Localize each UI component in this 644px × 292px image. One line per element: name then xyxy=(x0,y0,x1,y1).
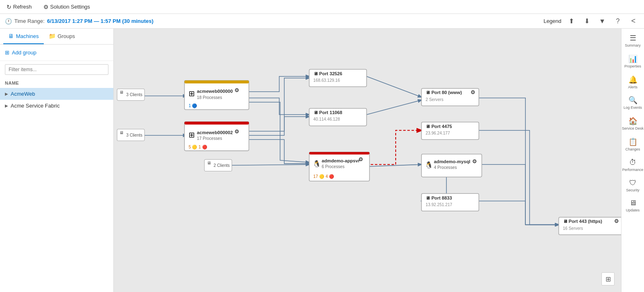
properties-button[interactable]: 📊 Properties xyxy=(621,51,644,72)
machine-0-badge: 1 🔵 xyxy=(189,103,197,108)
timebar-right: Legend ⬆ ⬇ ▼ ? < xyxy=(544,16,639,27)
sidebar-actions: ⊞ Add group xyxy=(0,45,113,61)
mysql-processes: 4 Processes xyxy=(434,165,457,170)
server-admdemo-appsvr[interactable]: admdemo-appsvr 6 Processes 🐧 ⚙ 17 🟡 4 🔴 xyxy=(309,152,369,181)
tab-machines[interactable]: 🖥 Machines xyxy=(3,29,44,44)
expand-down-button[interactable]: ⬇ xyxy=(581,16,592,27)
legend-label: Legend xyxy=(544,18,561,24)
client-box-3[interactable]: 🖥 2 Clients xyxy=(205,159,232,171)
client-3-icon: 🖥 xyxy=(207,161,211,165)
security-button[interactable]: 🛡 Security xyxy=(621,175,644,196)
edge-mysql-port443 xyxy=(475,164,558,225)
machine-0-processes: 18 Processes xyxy=(197,95,222,100)
port-80-www[interactable]: 🖥 Port 80 (www) 2 Servers ⚙ xyxy=(421,88,479,106)
port-4475[interactable]: 🖥 Port 4475 23.96.24.177 xyxy=(421,122,479,139)
groups-tab-label: Groups xyxy=(58,33,75,39)
add-group-button[interactable]: ⊞ Add group xyxy=(5,49,36,56)
service-desk-label: Service Desk xyxy=(622,126,644,131)
client-2-icon: 🖥 xyxy=(119,130,124,135)
add-group-label: Add group xyxy=(12,49,36,56)
appsvr-top-bar xyxy=(309,152,369,155)
sidebar-item-acmeweb[interactable]: ▶ AcmeWeb xyxy=(0,88,113,100)
port32526-sub: 168.63.129.16 xyxy=(313,78,340,83)
port443-icon2: ⚙ xyxy=(614,218,619,224)
properties-label: Properties xyxy=(624,64,641,69)
sidebar: 🖥 Machines 📁 Groups ⊞ Add group NAME ▶ A… xyxy=(0,29,114,292)
summary-label: Summary xyxy=(625,43,641,48)
groups-tab-icon: 📁 xyxy=(49,33,56,39)
machine-0-name: acmeweb000000 xyxy=(197,89,233,94)
network-canvas[interactable]: 🖥 3 Clients 🖥 3 Clients 🖥 2 Clients acme… xyxy=(114,29,621,292)
machine-acmeweb000000[interactable]: acmeweb000000 18 Processes ⊞ ⚙ 1 🔵 xyxy=(185,81,249,110)
port4475-title: 🖥 Port 4475 xyxy=(426,124,452,129)
port11068-sub: 40.114.46.128 xyxy=(313,117,340,121)
appsvr-badges: 17 🟡 4 🔴 xyxy=(313,174,334,179)
security-icon: 🛡 xyxy=(629,179,637,187)
appsvr-settings-icon: ⚙ xyxy=(358,156,363,162)
machine-2-os-icon: ⊞ xyxy=(189,130,195,139)
add-group-icon: ⊞ xyxy=(5,49,9,56)
solution-settings-button[interactable]: ⚙ Solution Settings xyxy=(41,2,93,12)
time-range-label: Time Range: xyxy=(14,18,45,24)
port443-title: 🖥 Port 443 (https) xyxy=(563,219,602,224)
edge-web0-port32526 xyxy=(249,76,309,92)
refresh-icon: ↻ xyxy=(7,4,11,10)
changes-button[interactable]: 📋 Changes xyxy=(621,134,644,155)
mysql-name: admdemo-mysql xyxy=(434,159,471,164)
machines-tab-icon: 🖥 xyxy=(8,33,14,39)
help-button[interactable]: ? xyxy=(612,16,624,27)
edge-web2-appsvr xyxy=(249,139,309,164)
sidebar-item-acme-service-fabric[interactable]: ▶ Acme Service Fabric xyxy=(0,100,113,112)
log-events-button[interactable]: 🔍 Log Events xyxy=(621,92,644,113)
performance-icon: ⏱ xyxy=(629,158,637,167)
appsvr-name: admdemo-appsvr xyxy=(322,158,360,163)
port8833-sub: 13.92.251.217 xyxy=(426,202,452,207)
server-admdemo-mysql[interactable]: admdemo-mysql 4 Processes 🐧 ⚙ xyxy=(421,154,482,177)
port4475-sub: 23.96.24.177 xyxy=(426,131,450,135)
appsvr-os-icon: 🐧 xyxy=(313,159,321,168)
port32526-title: 🖥 Port 32526 xyxy=(313,71,342,76)
refresh-button[interactable]: ↻ Refresh xyxy=(4,2,34,12)
edge-web2-port11068 xyxy=(249,117,309,135)
tab-groups[interactable]: 📁 Groups xyxy=(44,29,80,44)
clock-icon: 🕐 xyxy=(5,18,12,25)
filter-input[interactable] xyxy=(5,64,108,75)
security-label: Security xyxy=(626,188,639,193)
service-desk-button[interactable]: 🏠 Service Desk xyxy=(621,113,644,134)
expand-up-button[interactable]: ⬆ xyxy=(565,16,577,27)
client-1-icon: 🖥 xyxy=(119,90,124,94)
machine-0-os-icon: ⊞ xyxy=(189,89,195,98)
machine-0-settings-icon: ⚙ xyxy=(234,87,239,93)
acme-service-fabric-label: Acme Service Fabric xyxy=(11,103,60,109)
client-box-1[interactable]: 🖥 3 Clients xyxy=(117,89,144,100)
edge-port80-port443 xyxy=(475,98,558,225)
summary-icon: ☰ xyxy=(630,34,636,43)
edge-appsvr-port4475-dashed xyxy=(367,130,421,164)
changes-label: Changes xyxy=(625,147,640,152)
client-1-label: 3 Clients xyxy=(126,92,142,97)
chevron-down-icon: ▶ xyxy=(5,92,8,96)
fit-to-screen-button[interactable]: ⊞ xyxy=(601,272,615,285)
sidebar-list-header: NAME xyxy=(0,78,113,88)
performance-button[interactable]: ⏱ Performance xyxy=(621,155,644,175)
client-box-2[interactable]: 🖥 3 Clients xyxy=(117,129,144,141)
port80-sub: 2 Servers xyxy=(426,97,443,102)
machine-acmeweb000002[interactable]: acmeweb000002 17 Processes ⊞ ⚙ 5 🟡 1 🔴 xyxy=(185,121,249,150)
time-range-value: 6/13/2017 1:27 PM — 1:57 PM (30 minutes) xyxy=(47,18,153,24)
alerts-button[interactable]: 🔔 Alerts xyxy=(621,72,644,93)
service-desk-icon: 🏠 xyxy=(628,117,637,126)
summary-button[interactable]: ☰ Summary xyxy=(621,30,644,51)
updates-button[interactable]: 🖥 Updates xyxy=(621,195,644,216)
port-11068[interactable]: 🖥 Port 11068 40.114.46.128 xyxy=(309,108,367,126)
client-3-label: 2 Clients xyxy=(214,163,230,168)
edge-clients3-appsvr xyxy=(229,164,309,165)
port-8833[interactable]: 🖥 Port 8833 13.92.251.217 xyxy=(421,193,479,211)
settings-icon: ⚙ xyxy=(43,4,49,10)
right-panel: ☰ Summary 📊 Properties 🔔 Alerts 🔍 Log Ev… xyxy=(621,29,644,292)
port-443-https[interactable]: 🖥 Port 443 (https) 16 Servers ⚙ xyxy=(559,217,621,235)
collapse-button[interactable]: < xyxy=(628,16,639,27)
port-32526[interactable]: 🖥 Port 32526 168.63.129.16 xyxy=(309,69,367,87)
timebar: 🕐 Time Range: 6/13/2017 1:27 PM — 1:57 P… xyxy=(0,14,644,29)
filter-button[interactable]: ▼ xyxy=(597,16,608,27)
machine-2-processes: 17 Processes xyxy=(197,136,222,141)
